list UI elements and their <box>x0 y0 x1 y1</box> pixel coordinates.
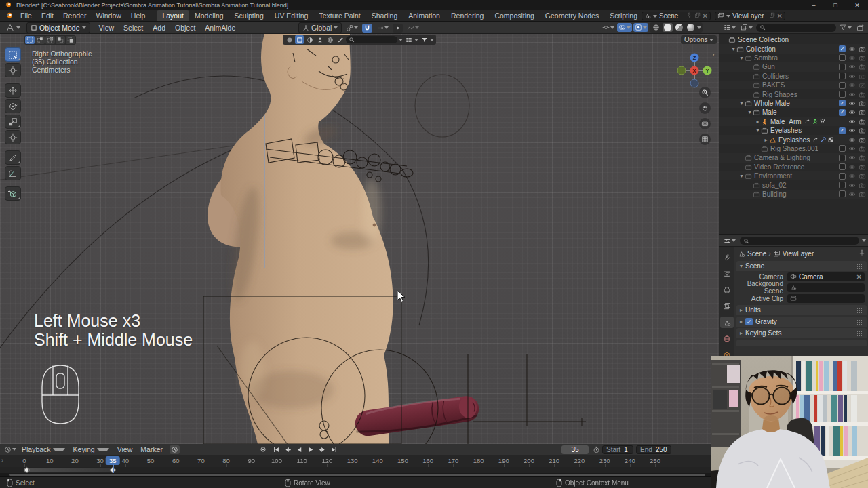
timeline-menu-view[interactable]: View <box>113 445 137 453</box>
hide-eye-icon[interactable] <box>848 136 856 144</box>
render-camera-icon[interactable] <box>859 182 866 189</box>
workspace-tab-layout[interactable]: Layout <box>157 10 189 21</box>
minimize-button[interactable]: – <box>803 0 825 10</box>
render-camera-icon[interactable] <box>859 118 866 125</box>
funnel-filter-icon[interactable] <box>420 35 429 44</box>
viewlayer-selector[interactable]: ViewLayer ✕ <box>715 12 785 20</box>
menu-window[interactable]: Window <box>91 10 125 21</box>
outliner-row-male[interactable]: ▾Male✓ <box>719 108 868 117</box>
render-camera-icon[interactable] <box>859 63 866 70</box>
exclude-checkbox[interactable] <box>839 82 846 89</box>
outliner-row-rig-shapes[interactable]: Rig Shapes <box>719 89 868 98</box>
outliner-row-environment[interactable]: ▾Environment <box>719 171 868 180</box>
auto-key-button[interactable] <box>258 445 269 454</box>
square-filter-icon[interactable] <box>295 35 304 44</box>
render-camera-icon[interactable] <box>859 45 866 53</box>
workspace-tab-shading[interactable]: Shading <box>366 10 403 21</box>
chevron-down-icon[interactable] <box>862 239 866 242</box>
snap-settings-button[interactable] <box>375 24 390 33</box>
outliner-row-camera-lighting[interactable]: Camera & Lighting <box>719 153 868 162</box>
new-collection-button[interactable] <box>855 23 866 33</box>
pin-icon[interactable] <box>859 249 865 258</box>
properties-tab-output[interactable] <box>720 284 734 296</box>
new-scene-icon[interactable] <box>694 12 701 20</box>
previous-keyframe-button[interactable] <box>283 445 293 454</box>
end-frame-field[interactable]: End 250 <box>636 445 671 454</box>
workspace-tab-animation[interactable]: Animation <box>403 10 446 21</box>
outliner-label[interactable]: BAKES <box>762 81 785 89</box>
outliner-label[interactable]: Male_Arm <box>770 118 802 125</box>
next-keyframe-button[interactable] <box>317 445 328 454</box>
expand-arrow-icon[interactable]: ▾ <box>755 127 761 134</box>
filter-button[interactable] <box>838 23 853 32</box>
hide-eye-icon[interactable] <box>848 172 856 180</box>
play-reverse-button[interactable] <box>294 445 304 454</box>
hide-eye-icon[interactable] <box>848 163 856 171</box>
menu-file[interactable]: File <box>16 10 37 21</box>
panel-scene[interactable]: ▾ Scene <box>736 261 867 271</box>
blender-menu-icon[interactable] <box>5 12 13 20</box>
render-camera-icon[interactable] <box>859 190 866 198</box>
select-set-button[interactable] <box>25 36 35 44</box>
proportional-falloff-button[interactable] <box>406 24 420 33</box>
move-tool[interactable] <box>5 83 21 98</box>
workspace-tab-compositing[interactable]: Compositing <box>489 10 539 21</box>
exclude-checkbox[interactable] <box>839 145 846 152</box>
timeline-menu-playback[interactable]: Playback <box>18 445 69 453</box>
rotate-tool[interactable] <box>5 99 21 113</box>
playhead[interactable] <box>113 464 114 473</box>
exclude-checkbox[interactable] <box>839 182 846 188</box>
render-camera-icon[interactable] <box>859 136 866 144</box>
toggle-xray-button[interactable] <box>633 23 648 32</box>
outliner-label[interactable]: Colliders <box>762 73 789 80</box>
jump-to-start-button[interactable] <box>271 445 281 454</box>
chevron-down-icon[interactable] <box>430 39 434 41</box>
close-button[interactable]: ✕ <box>846 0 868 10</box>
outliner-label[interactable]: Eyelashes <box>778 136 810 144</box>
solid-shading-button[interactable] <box>663 23 673 32</box>
maximize-button[interactable]: □ <box>825 0 846 10</box>
render-camera-icon[interactable] <box>859 54 866 62</box>
person-filter-icon[interactable] <box>315 35 324 44</box>
wireframe-shading-button[interactable] <box>651 23 661 32</box>
expand-arrow-icon[interactable]: ▾ <box>738 100 745 106</box>
properties-tab-tool[interactable] <box>720 251 734 263</box>
jump-to-end-button[interactable] <box>329 445 339 454</box>
render-camera-icon[interactable] <box>859 172 866 180</box>
panel-gravity[interactable]: ▸ ✓ Gravity <box>736 317 867 327</box>
outliner-label[interactable]: Camera & Lighting <box>754 154 810 161</box>
stopwatch-icon[interactable] <box>591 445 601 454</box>
breadcrumb-viewlayer[interactable]: ViewLayer <box>783 250 814 258</box>
options-dropdown[interactable]: Options <box>681 35 717 44</box>
half-circle-filter-icon[interactable] <box>305 35 314 44</box>
transform-tool[interactable] <box>5 130 21 144</box>
properties-tab-world[interactable] <box>720 333 734 344</box>
annotate-tool[interactable] <box>5 150 21 165</box>
viewport-3d[interactable]: Options Right Orthographic (35) Collecti… <box>0 34 719 444</box>
pan-hand-icon[interactable] <box>699 102 711 114</box>
outliner-label[interactable]: Building <box>762 190 787 198</box>
filter-search-input[interactable] <box>346 36 397 43</box>
hide-eye-icon[interactable] <box>848 182 856 189</box>
exclude-checkbox[interactable]: ✓ <box>839 109 846 116</box>
render-camera-icon[interactable] <box>859 108 866 116</box>
panel-partial[interactable] <box>736 340 867 346</box>
globe-filter-icon[interactable] <box>326 35 334 44</box>
exclude-checkbox[interactable]: ✓ <box>839 100 846 106</box>
exclude-checkbox[interactable]: ✓ <box>839 45 846 52</box>
properties-search-input[interactable] <box>740 237 859 245</box>
navigation-gizmo[interactable]: ZYX <box>675 52 713 92</box>
hide-eye-icon[interactable] <box>848 100 856 107</box>
editor-type-button[interactable] <box>3 23 24 33</box>
orientation-dropdown[interactable]: Global <box>298 22 342 33</box>
exclude-checkbox[interactable] <box>839 91 846 98</box>
show-overlays-button[interactable] <box>617 23 632 32</box>
outliner-row-collection[interactable]: ▾Collection✓ <box>719 44 868 53</box>
mode-dropdown[interactable]: Object Mode <box>26 22 90 33</box>
shading-dropdown-icon[interactable] <box>697 26 701 29</box>
viewport-menu-select[interactable]: Select <box>119 23 148 33</box>
render-camera-icon[interactable] <box>859 145 866 152</box>
workspace-tab-scripting[interactable]: Scripting <box>604 10 643 21</box>
panel-keying-sets[interactable]: ▸ Keying Sets <box>736 328 867 338</box>
outliner-label[interactable]: Sombra <box>754 54 778 62</box>
